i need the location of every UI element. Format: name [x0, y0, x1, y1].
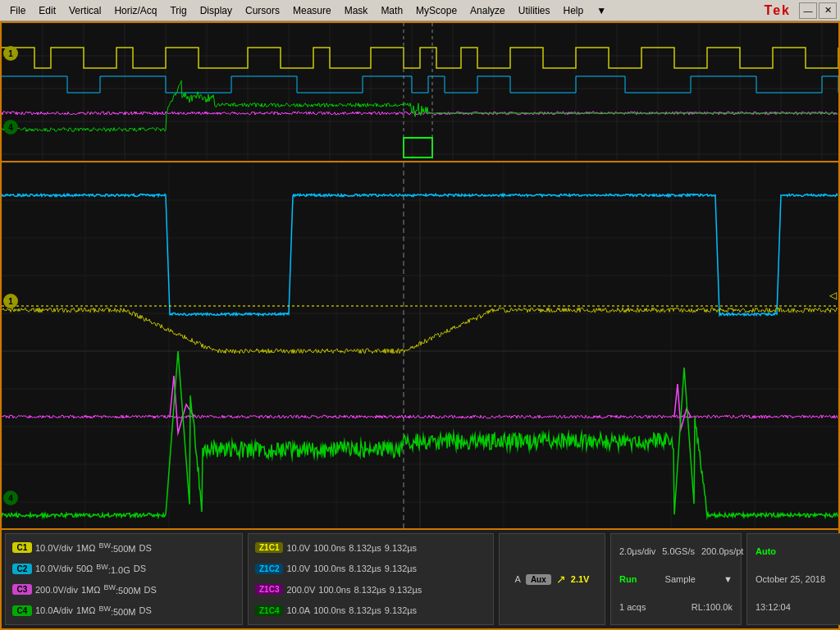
ch1-main-indicator: 1 — [3, 294, 18, 308]
z1c1-row: Z1C1 10.0V 100.0ns 8.132µs 9.132µs — [255, 542, 486, 553]
menu-file[interactable]: File — [3, 3, 32, 18]
z1c4-badge[interactable]: Z1C4 — [255, 605, 283, 616]
ch3-status-row: C3 200.0V/div 1MΩ BW:500M DS — [12, 583, 235, 596]
status-bar: C1 10.0V/div 1MΩ BW:500M DS C2 10.0V/div… — [2, 530, 838, 628]
ch3-bw: BW:500M — [104, 583, 141, 596]
menu-dropdown[interactable]: ▼ — [590, 3, 613, 18]
zoom-channel-section: Z1C1 10.0V 100.0ns 8.132µs 9.132µs Z1C2 … — [248, 533, 494, 625]
z1c1-time: 100.0ns — [313, 543, 345, 553]
overview-strip: 1 4 — [2, 23, 838, 162]
acq-count-row: 1 acqs RL:100.0k — [619, 602, 733, 612]
close-button[interactable]: ✕ — [819, 2, 837, 19]
z1c1-badge[interactable]: Z1C1 — [255, 542, 283, 553]
z1c3-row: Z1C3 200.0V 100.0ns 8.132µs 9.132µs — [255, 584, 486, 595]
trigger-slope-icon: ↗ — [556, 573, 566, 586]
menu-analyze[interactable]: Analyze — [463, 3, 512, 18]
rl-label: RL:100.0k — [692, 602, 733, 612]
z1c2-badge[interactable]: Z1C2 — [255, 564, 283, 574]
ch3-badge[interactable]: C3 — [12, 584, 32, 595]
main-waveform-area: 1 4 ◁ — [2, 162, 838, 530]
z1c3-volts: 200.0V — [286, 585, 315, 595]
menu-help[interactable]: Help — [556, 3, 590, 18]
trigger-level: 2.1V — [571, 574, 590, 584]
ch4-ds: DS — [139, 605, 151, 615]
z1c2-t2: 9.132µs — [385, 564, 417, 573]
menu-measure[interactable]: Measure — [286, 3, 338, 18]
minimize-button[interactable]: — — [799, 2, 817, 19]
z1c2-t1: 8.132µs — [349, 564, 381, 573]
menu-trig[interactable]: Trig — [163, 3, 193, 18]
time-label: 13:12:04 — [756, 602, 840, 612]
z1c4-t1: 8.132µs — [349, 605, 381, 615]
menu-math[interactable]: Math — [374, 3, 409, 18]
z1c2-row: Z1C2 10.0V 100.0ns 8.132µs 9.132µs — [255, 564, 486, 574]
z1c3-t1: 8.132µs — [354, 585, 386, 595]
ch2-bw: BW:1.0G — [96, 563, 130, 575]
ch4-impedance: 1MΩ — [76, 605, 96, 615]
date-status-section: Auto October 25, 2018 13:12:04 — [746, 533, 840, 625]
menu-bar: File Edit Vertical Horiz/Acq Trig Displa… — [0, 0, 840, 21]
ch2-impedance: 50Ω — [76, 564, 93, 573]
sample-rate-label: 5.0GS/s — [662, 546, 695, 556]
z1c4-time: 100.0ns — [313, 605, 345, 615]
z1c3-badge[interactable]: Z1C3 — [255, 584, 283, 595]
acq-timebase-row: 2.0µs/div 5.0GS/s 200.0ps/pt — [619, 546, 733, 556]
ch3-ds: DS — [144, 585, 157, 595]
z1c1-volts: 10.0V — [286, 543, 310, 553]
pts-label: 200.0ps/pt — [701, 546, 743, 556]
acqs-count: 1 acqs — [619, 602, 646, 612]
menu-display[interactable]: Display — [194, 3, 239, 18]
ch4-main-indicator: 4 — [3, 491, 18, 505]
menu-mask[interactable]: Mask — [338, 3, 375, 18]
acquisition-section: 2.0µs/div 5.0GS/s 200.0ps/pt Run Sample … — [610, 533, 742, 625]
ch4-volts-div: 10.0A/div — [35, 605, 73, 615]
menu-myscope[interactable]: MyScope — [409, 3, 463, 18]
z1c3-t2: 9.132µs — [390, 585, 422, 595]
ch1-overview-indicator: 1 — [3, 46, 18, 61]
z1c3-time: 100.0ns — [318, 585, 350, 595]
time-div-label: 2.0µs/div — [619, 546, 655, 556]
z1c4-t2: 9.132µs — [385, 605, 417, 615]
ch1-badge[interactable]: C1 — [12, 542, 32, 553]
ch1-impedance: 1MΩ — [76, 543, 96, 553]
z1c1-t1: 8.132µs — [349, 543, 381, 553]
window-controls: — ✕ — [799, 2, 840, 19]
channel-info-section: C1 10.0V/div 1MΩ BW:500M DS C2 10.0V/div… — [5, 533, 243, 625]
acq-run-row: Run Sample ▼ — [619, 574, 733, 584]
main-waveform-canvas — [2, 162, 838, 530]
acq-mode-label: Sample — [665, 574, 696, 584]
tek-logo: Tek — [765, 3, 791, 18]
z1c2-volts: 10.0V — [286, 564, 310, 573]
auto-status: Auto — [756, 546, 840, 556]
ch2-volts-div: 10.0V/div — [35, 564, 73, 573]
ch4-bw: BW:500M — [98, 605, 135, 617]
ch1-volts-div: 10.0V/div — [35, 543, 73, 553]
z1c4-row: Z1C4 10.0A 100.0ns 8.132µs 9.132µs — [255, 605, 486, 616]
ch3-impedance: 1MΩ — [81, 585, 101, 595]
ch2-badge[interactable]: C2 — [12, 564, 32, 574]
date-label: October 25, 2018 — [756, 574, 840, 584]
ch1-status-row: C1 10.0V/div 1MΩ BW:500M DS — [12, 541, 235, 554]
menu-horiz-acq[interactable]: Horiz/Acq — [107, 3, 163, 18]
ch4-status-row: C4 10.0A/div 1MΩ BW:500M DS — [12, 605, 235, 617]
menu-utilities[interactable]: Utilities — [512, 3, 557, 18]
menu-cursors[interactable]: Cursors — [239, 3, 286, 18]
ch1-bw: BW:500M — [98, 541, 135, 554]
ch4-badge[interactable]: C4 — [12, 605, 32, 616]
acq-mode-arrow[interactable]: ▼ — [724, 574, 733, 584]
z1c1-t2: 9.132µs — [385, 543, 417, 553]
ch4-overview-indicator: 4 — [3, 120, 18, 135]
oscilloscope-display: 1 4 1 4 ◁ C1 10.0V/div 1MΩ BW:500M DS C2 — [0, 21, 840, 630]
trigger-source-row: A Aux ↗ 2.1V — [515, 573, 590, 586]
menu-edit[interactable]: Edit — [32, 3, 62, 18]
ch3-volts-div: 200.0V/div — [35, 585, 78, 595]
ch2-status-row: C2 10.0V/div 50Ω BW:1.0G DS — [12, 563, 235, 575]
z1c2-time: 100.0ns — [313, 564, 345, 573]
trigger-aux-badge[interactable]: Aux — [526, 574, 551, 585]
trigger-section: A Aux ↗ 2.1V — [499, 533, 605, 625]
ch1-ds: DS — [139, 543, 151, 553]
run-label[interactable]: Run — [619, 574, 637, 584]
trigger-indicator: ◁ — [829, 290, 837, 301]
ch2-ds: DS — [134, 564, 146, 573]
menu-vertical[interactable]: Vertical — [62, 3, 107, 18]
